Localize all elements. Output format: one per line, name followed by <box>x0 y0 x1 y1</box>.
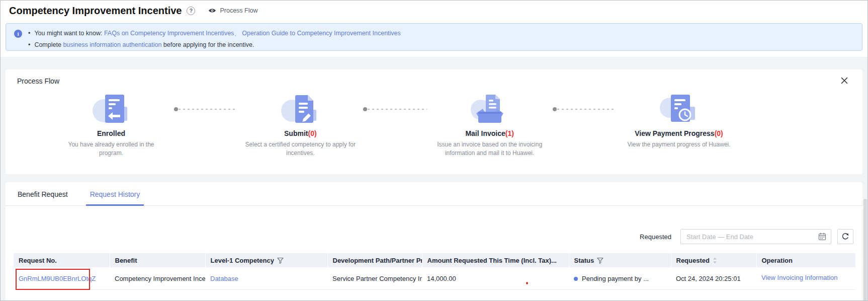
page-header: Competency Improvement Incentive ? Proce… <box>1 1 867 57</box>
request-no-cell: GnRmLM9UB0EBnrLOtqZ <box>14 267 110 290</box>
step-name[interactable]: Submit(0) <box>237 129 363 137</box>
tab-bar: Benefit Request Request History <box>6 182 862 206</box>
process-flow-title: Process Flow <box>17 77 59 85</box>
page-title: Competency Improvement Incentive <box>9 5 182 17</box>
table-header-row: Request No. Benefit Level-1 Competency D… <box>14 253 855 267</box>
column-header-development-path: Development Path/Partner Pro... <box>327 253 422 267</box>
submit-document-icon <box>237 94 363 126</box>
process-step-enrolled: Enrolled You have already enrolled in th… <box>48 94 174 158</box>
benefit-cell: Competency Improvement Incen... <box>110 267 205 290</box>
tab-benefit-request[interactable]: Benefit Request <box>18 190 68 205</box>
operation-cell: View Invoicing Information <box>756 267 855 290</box>
faq-link[interactable]: FAQs on Competency Improvement Incentive… <box>104 30 234 37</box>
connector-dot <box>553 107 557 111</box>
close-icon <box>841 77 848 84</box>
status-text: Pending payment by ... <box>582 275 649 282</box>
scrollbar-thumb[interactable] <box>863 199 867 301</box>
eye-icon <box>208 8 216 14</box>
connector-dot <box>174 107 178 111</box>
process-step-submit: Submit(0) Select a certified competency … <box>237 94 363 158</box>
banner-line-1: •You might want to know: FAQs on Compete… <box>28 28 401 39</box>
filter-row: Requested <box>6 229 853 244</box>
column-header-operation: Operation <box>756 253 855 267</box>
annotation-dot <box>526 282 528 284</box>
step-name[interactable]: View Payment Progress(0) <box>616 129 742 137</box>
date-range-field[interactable] <box>685 233 818 241</box>
enrolled-document-icon <box>48 94 174 126</box>
banner-separator: 、 <box>234 30 242 37</box>
column-header-request-no: Request No. <box>14 253 110 267</box>
connector-line <box>553 109 616 110</box>
step-count: (1) <box>505 129 514 137</box>
payment-progress-icon <box>616 94 742 126</box>
process-step-mail-invoice: Mail Invoice(1) Issue an invoice based o… <box>427 94 553 158</box>
banner-text-2: Complete <box>34 41 63 48</box>
column-header-level1-competency: Level-1 Competency <box>205 253 327 267</box>
amount-cell: 14,000.00 <box>422 267 569 290</box>
bullet: • <box>28 30 30 37</box>
app-window: Competency Improvement Incentive ? Proce… <box>0 0 868 301</box>
calendar-icon[interactable] <box>818 233 826 241</box>
request-panel: Benefit Request Request History Requeste… <box>6 182 862 301</box>
connector-line <box>363 109 426 110</box>
process-step-view-payment-progress: View Payment Progress(0) View the paymen… <box>616 94 742 158</box>
step-description: Issue an invoice based on the invoicing … <box>427 140 553 158</box>
step-count: (0) <box>308 129 316 137</box>
column-header-benefit: Benefit <box>110 253 205 267</box>
sort-icon[interactable] <box>713 257 717 264</box>
info-banner: i •You might want to know: FAQs on Compe… <box>6 23 862 51</box>
date-range-input[interactable] <box>680 229 831 244</box>
step-description: You have already enrolled in the program… <box>48 140 174 158</box>
step-name[interactable]: Enrolled <box>48 129 174 137</box>
status-cell: Pending payment by ... <box>569 267 671 290</box>
mail-invoice-icon <box>427 94 553 126</box>
process-flow-card: Process Flow <box>6 69 862 174</box>
column-header-amount: Amount Requested This Time (Incl. Tax)..… <box>422 253 569 267</box>
request-no-link[interactable]: GnRmLM9UB0EBnrLOtqZ <box>19 275 96 282</box>
close-button[interactable] <box>839 76 849 86</box>
banner-line-2: •Complete business information authentic… <box>28 39 401 51</box>
refresh-button[interactable] <box>837 229 853 244</box>
level1-competency-cell: Database <box>205 267 327 290</box>
column-header-requested: Requested <box>671 253 756 267</box>
development-path-cell: Service Partner Competency Im... <box>327 267 422 290</box>
info-icon: i <box>14 30 22 38</box>
help-icon[interactable]: ? <box>187 7 195 15</box>
process-flow-toggle[interactable]: Process Flow <box>208 7 257 14</box>
tab-request-history[interactable]: Request History <box>86 190 144 206</box>
process-flow-toggle-label: Process Flow <box>220 7 257 14</box>
step-description: View the payment progress of Huawei. <box>616 140 742 149</box>
banner-text-1: You might want to know: <box>34 30 104 37</box>
status-dot <box>574 277 578 281</box>
requested-filter-label: Requested <box>640 233 671 241</box>
view-invoicing-link[interactable]: View Invoicing Information <box>761 274 837 281</box>
step-description: Select a certified competency to apply f… <box>237 140 363 158</box>
request-history-table: Request No. Benefit Level-1 Competency D… <box>14 253 855 290</box>
step-count: (0) <box>715 129 723 137</box>
connector-dot <box>363 107 367 111</box>
column-header-status: Status <box>569 253 671 267</box>
requested-cell: Oct 24, 2024 20:25:01 <box>671 267 756 290</box>
banner-text-3: before applying for the incentive. <box>161 41 254 48</box>
refresh-icon <box>841 233 849 241</box>
level1-competency-link[interactable]: Database <box>210 275 238 282</box>
operation-guide-link[interactable]: Operation Guide to Competency Improvemen… <box>242 30 400 37</box>
step-name[interactable]: Mail Invoice(1) <box>427 129 553 137</box>
filter-funnel-icon[interactable] <box>597 257 603 264</box>
table-row: GnRmLM9UB0EBnrLOtqZ Competency Improveme… <box>14 267 855 290</box>
bullet: • <box>28 41 30 48</box>
filter-funnel-icon[interactable] <box>277 257 284 264</box>
connector-line <box>174 109 237 110</box>
process-steps: Enrolled You have already enrolled in th… <box>6 94 862 158</box>
business-info-auth-link[interactable]: business information authentication <box>63 41 161 48</box>
